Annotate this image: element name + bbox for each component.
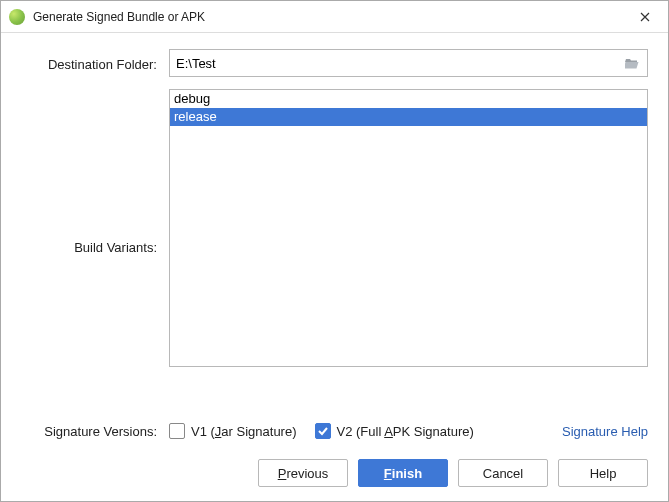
signature-versions-label: Signature Versions: [21, 424, 169, 439]
v2-signature-checkbox[interactable]: V2 (Full APK Signature) [315, 423, 474, 439]
dialog-content: Destination Folder: Build Variants: debu… [1, 33, 668, 449]
previous-button[interactable]: Previous [258, 459, 348, 487]
close-icon [640, 12, 650, 22]
build-variants-list[interactable]: debugrelease [169, 89, 648, 367]
checkbox-icon [315, 423, 331, 439]
build-variants-label: Build Variants: [21, 238, 169, 255]
destination-input-wrap [169, 49, 648, 77]
v2-signature-label: V2 (Full APK Signature) [337, 424, 474, 439]
destination-label: Destination Folder: [21, 55, 169, 72]
destination-row: Destination Folder: [21, 49, 648, 77]
title-bar: Generate Signed Bundle or APK [1, 1, 668, 33]
finish-button[interactable]: Finish [358, 459, 448, 487]
window-title: Generate Signed Bundle or APK [33, 10, 622, 24]
cancel-button[interactable]: Cancel [458, 459, 548, 487]
folder-open-icon [625, 57, 641, 69]
close-button[interactable] [622, 1, 668, 32]
checkmark-icon [317, 425, 329, 437]
variant-item-debug[interactable]: debug [170, 90, 647, 108]
v1-signature-checkbox[interactable]: V1 (Jar Signature) [169, 423, 297, 439]
android-studio-icon [9, 9, 25, 25]
destination-input[interactable] [170, 50, 619, 76]
build-variants-row: Build Variants: debugrelease [21, 89, 648, 403]
variant-item-release[interactable]: release [170, 108, 647, 126]
button-row: Previous Finish Cancel Help [1, 449, 668, 501]
help-button[interactable]: Help [558, 459, 648, 487]
signature-help-link[interactable]: Signature Help [562, 424, 648, 439]
signature-row: Signature Versions: V1 (Jar Signature) V… [21, 423, 648, 439]
checkbox-icon [169, 423, 185, 439]
browse-button[interactable] [619, 50, 647, 76]
v1-signature-label: V1 (Jar Signature) [191, 424, 297, 439]
dialog-window: Generate Signed Bundle or APK Destinatio… [0, 0, 669, 502]
